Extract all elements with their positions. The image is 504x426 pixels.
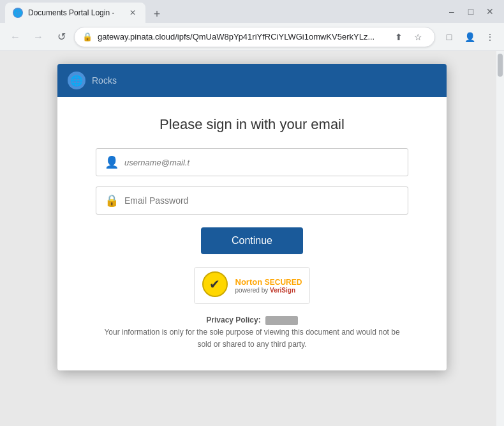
browser-frame: 🌐 Documents Portal Login - ✕ + – □ ✕ ← →… bbox=[0, 0, 504, 426]
lock-field-icon: 🔒 bbox=[105, 194, 119, 208]
minimize-button[interactable]: – bbox=[443, 3, 461, 20]
norton-secured-suffix: SECURED bbox=[265, 278, 302, 287]
scrollbar-thumb[interactable] bbox=[498, 54, 503, 77]
active-tab[interactable]: 🌐 Documents Portal Login - ✕ bbox=[5, 3, 145, 23]
continue-button[interactable]: Continue bbox=[201, 227, 303, 254]
norton-powered-text: powered by VeriSign bbox=[235, 287, 296, 294]
tab-title: Documents Portal Login - bbox=[28, 8, 122, 17]
share-icon[interactable]: ⬆ bbox=[390, 28, 408, 46]
user-icon: 👤 bbox=[105, 155, 119, 169]
privacy-header: Privacy Policy: bbox=[102, 314, 402, 326]
title-bar: 🌐 Documents Portal Login - ✕ + – □ ✕ bbox=[0, 0, 504, 23]
scrollbar[interactable] bbox=[496, 51, 504, 426]
nav-bar: ← → ↺ 🔒 gateway.pinata.cloud/ipfs/QmUaW8… bbox=[0, 23, 504, 51]
privacy-section: Privacy Policy: Your information is only… bbox=[96, 314, 408, 351]
norton-text-group: Norton SECURED powered by VeriSign bbox=[235, 277, 302, 294]
password-input-group: 🔒 bbox=[96, 186, 408, 215]
profile-icon[interactable]: 👤 bbox=[461, 28, 478, 46]
norton-section: ✔ Norton SECURED powered by VeriSign bbox=[96, 267, 408, 304]
norton-checkmark: ✔ bbox=[202, 271, 230, 300]
restore-button[interactable]: □ bbox=[462, 3, 480, 20]
norton-check-icon: ✔ bbox=[209, 277, 220, 292]
norton-secured-text: Norton SECURED bbox=[235, 277, 302, 287]
address-actions: ⬆ ☆ bbox=[390, 28, 427, 46]
verisign-text: VeriSign bbox=[270, 287, 295, 294]
norton-circle: ✔ bbox=[202, 271, 228, 297]
address-bar[interactable]: 🔒 gateway.pinata.cloud/ipfs/QmUaW8pYp41r… bbox=[74, 27, 435, 47]
modal-header: 🌐 Rocks bbox=[57, 64, 447, 97]
header-globe-icon: 🌐 bbox=[68, 72, 85, 89]
extensions-icon[interactable]: □ bbox=[440, 28, 458, 46]
url-text: gateway.pinata.cloud/ipfs/QmUaW8pYp41riY… bbox=[98, 32, 385, 42]
password-input[interactable] bbox=[96, 186, 408, 215]
privacy-label: Privacy Policy: bbox=[206, 316, 260, 324]
email-input[interactable] bbox=[96, 148, 408, 176]
modal-body: Please sign in with your email 👤 🔒 Conti… bbox=[57, 97, 447, 370]
new-tab-button[interactable]: + bbox=[148, 5, 166, 23]
privacy-text: Your information is only for the sole pu… bbox=[102, 326, 402, 351]
email-input-group: 👤 bbox=[96, 148, 408, 176]
sign-in-title: Please sign in with your email bbox=[96, 116, 408, 133]
lock-icon: 🔒 bbox=[82, 32, 93, 42]
window-controls: – □ ✕ bbox=[443, 3, 499, 20]
bookmark-icon[interactable]: ☆ bbox=[409, 28, 427, 46]
page-content: iskrom 🌐 Rocks Please sign in with your … bbox=[0, 51, 504, 426]
menu-icon[interactable]: ⋮ bbox=[481, 28, 499, 46]
forward-button[interactable]: → bbox=[28, 27, 48, 47]
login-modal: 🌐 Rocks Please sign in with your email 👤… bbox=[57, 64, 447, 370]
tab-favicon: 🌐 bbox=[13, 8, 23, 18]
tab-close-button[interactable]: ✕ bbox=[128, 8, 138, 18]
privacy-redacted bbox=[265, 316, 298, 325]
header-title: Rocks bbox=[92, 75, 117, 86]
close-button[interactable]: ✕ bbox=[481, 3, 499, 20]
reload-button[interactable]: ↺ bbox=[51, 27, 71, 47]
back-button[interactable]: ← bbox=[5, 27, 26, 47]
norton-badge: ✔ Norton SECURED powered by VeriSign bbox=[194, 267, 311, 304]
toolbar-icons: □ 👤 ⋮ bbox=[440, 28, 499, 46]
tab-bar: 🌐 Documents Portal Login - ✕ + bbox=[5, 0, 443, 23]
